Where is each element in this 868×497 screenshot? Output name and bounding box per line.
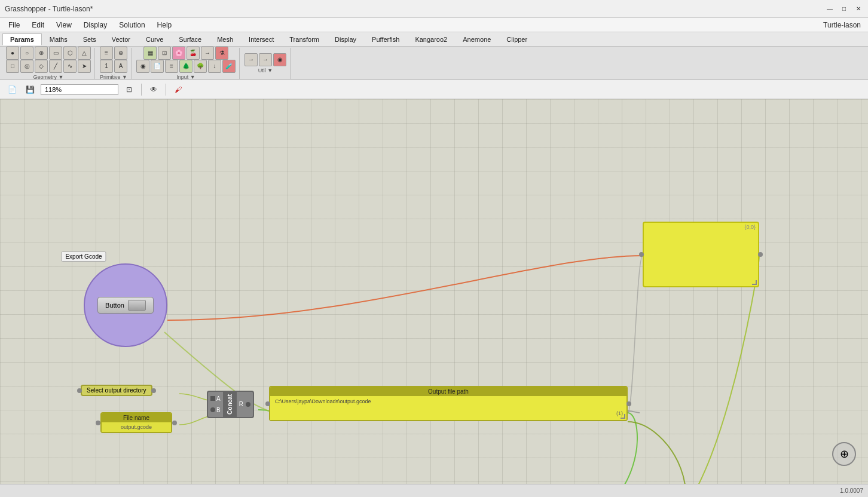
tb-arrow-right-icon[interactable]: → [201, 47, 214, 60]
concat-a-connector [210, 396, 215, 401]
tab-transform[interactable]: Transform [282, 33, 327, 45]
button-dot [128, 300, 146, 311]
tb-mesh-icon[interactable]: △ [78, 47, 91, 60]
select-output-right-connector [151, 388, 156, 393]
paint-icon[interactable]: 🖌 [171, 82, 185, 97]
tb-button-icon[interactable]: ⊡ [158, 47, 171, 60]
output-file-path-value: C:\Users\jaypa\Downloads\output.gcode [275, 398, 371, 404]
panel-resize-grip[interactable] [752, 280, 757, 285]
output-file-path-content: C:\Users\jaypa\Downloads\output.gcode (1… [270, 396, 626, 420]
tb-circle-icon[interactable]: ○ [20, 47, 33, 60]
tb-rect-icon[interactable]: ▭ [49, 47, 62, 60]
tab-mesh[interactable]: Mesh [209, 33, 241, 45]
toolbar-group-primitive-label: Primitive ▼ [100, 74, 127, 80]
file-name-value: output.gcode [102, 422, 171, 432]
save-icon[interactable]: 💾 [23, 82, 37, 97]
window-controls: — □ ✕ [825, 4, 863, 14]
tab-sets[interactable]: Sets [75, 33, 104, 45]
tab-vector[interactable]: Vector [104, 33, 138, 45]
view-toolbar: 📄 💾 ⊡ 👁 🖌 [0, 80, 868, 99]
tab-maths[interactable]: Maths [42, 33, 75, 45]
app-instance-name: Turtle-lason [823, 21, 866, 29]
toolbar-group-input: ▦ ⊡ 🌸 🍒 → ⚗ ◉ 📄 ≡ 🌲 🌳 ↓ 🧪 Input ▼ [133, 48, 240, 79]
eye-icon[interactable]: 👁 [146, 82, 161, 97]
tb-num-icon[interactable]: 1 [100, 60, 113, 73]
select-output-directory-node[interactable]: Select output directory [81, 385, 152, 396]
tb-txt-icon[interactable]: A [114, 60, 127, 73]
tb-sphere-icon[interactable]: ◎ [20, 60, 33, 73]
button-label: Button [105, 302, 124, 309]
toolbar-group-primitive: ≡ ⊛ 1 A Primitive ▼ [96, 48, 132, 79]
toolbar-group-geometry: ● ○ ⊕ ▭ ⬡ △ □ ◎ ◇ ╱ ∿ ➤ Geometry ▼ [2, 48, 95, 79]
toolbar-group-input-label: Input ▼ [176, 74, 195, 80]
tab-anemone[interactable]: Anemone [455, 33, 499, 45]
tb-file-icon[interactable]: 📄 [151, 60, 164, 73]
new-file-icon[interactable]: 📄 [5, 82, 19, 97]
toolbar: ● ○ ⊕ ▭ ⬡ △ □ ◎ ◇ ╱ ∿ ➤ Geometry ▼ ≡ ⊛ 1… [0, 47, 868, 80]
tb-graph-icon[interactable]: 🌳 [194, 60, 207, 73]
tb-curve-icon[interactable]: ∿ [63, 60, 77, 73]
tb-util2-icon[interactable]: → [259, 53, 272, 66]
menu-help[interactable]: Help [151, 20, 178, 30]
tab-curve[interactable]: Curve [138, 33, 171, 45]
file-name-right-connector [172, 421, 177, 425]
tb-link-icon[interactable]: ⊕ [35, 47, 48, 60]
output-path-left-connector [265, 401, 270, 406]
concat-center-label: Concat [223, 392, 237, 417]
statusbar: 1.0.0007 [0, 484, 868, 497]
file-name-title: File name [102, 413, 171, 422]
minimize-button[interactable]: — [825, 4, 835, 14]
tb-line-icon[interactable]: ╱ [49, 60, 62, 73]
output-path-resize-grip[interactable] [621, 414, 625, 419]
menu-edit[interactable]: Edit [26, 20, 50, 30]
maximize-button[interactable]: □ [839, 4, 849, 14]
menu-solution[interactable]: Solution [113, 20, 151, 30]
output-file-path-node[interactable]: Output file path C:\Users\jaypa\Download… [269, 386, 628, 421]
toolbar-group-geometry-label: Geometry ▼ [33, 74, 64, 80]
tab-display[interactable]: Display [327, 33, 364, 45]
tab-clipper[interactable]: Clipper [499, 33, 535, 45]
tab-intersect[interactable]: Intersect [241, 33, 282, 45]
tab-pufferfish[interactable]: Pufferfish [364, 33, 407, 45]
menubar: File Edit View Display Solution Help Tur… [0, 18, 868, 32]
tb-arrow-icon[interactable]: ➤ [78, 60, 91, 73]
tab-params[interactable]: Params [2, 33, 42, 45]
fit-view-icon[interactable]: ⊡ [122, 82, 136, 97]
tb-plane-icon[interactable]: ◇ [35, 60, 48, 73]
concat-input-b: B [216, 407, 221, 413]
button-component[interactable]: Button [97, 297, 154, 314]
menu-file[interactable]: File [2, 20, 26, 30]
select-output-label: Select output directory [87, 387, 146, 394]
tab-surface[interactable]: Surface [171, 33, 209, 45]
tb-color-icon[interactable]: 🌸 [172, 47, 185, 60]
tb-slider-icon[interactable]: ≡ [100, 47, 113, 60]
concat-b-connector [210, 407, 215, 412]
menu-view[interactable]: View [50, 20, 78, 30]
zoom-input[interactable] [41, 84, 118, 95]
tb-util3-icon[interactable]: ◉ [273, 53, 286, 66]
tb-arrow-down-icon[interactable]: ↓ [208, 60, 221, 73]
tb-util1-icon[interactable]: → [244, 53, 258, 66]
tb-point-icon[interactable]: ● [6, 47, 19, 60]
tb-bottle-icon[interactable]: 🧪 [222, 60, 236, 73]
tb-panel-icon[interactable]: ▦ [143, 47, 157, 60]
ribbon-tabbar: Params Maths Sets Vector Curve Surface M… [0, 32, 868, 47]
concat-output-r: R [239, 401, 243, 407]
tb-tree-icon[interactable]: 🌲 [179, 60, 192, 73]
tb-nurbs-icon[interactable]: ⬡ [63, 47, 77, 60]
tab-kangaroo2[interactable]: Kangaroo2 [407, 33, 455, 45]
large-yellow-panel[interactable]: {0;0} [643, 222, 759, 287]
tb-bars-icon[interactable]: ≡ [165, 60, 178, 73]
tb-knob-icon[interactable]: ⊛ [114, 47, 127, 60]
concat-inputs: A B [208, 392, 223, 417]
tb-cherry-icon[interactable]: 🍒 [187, 47, 200, 60]
close-button[interactable]: ✕ [854, 4, 863, 14]
file-name-node[interactable]: File name output.gcode [100, 412, 172, 433]
tb-box-icon[interactable]: □ [6, 60, 19, 73]
menu-display[interactable]: Display [78, 20, 113, 30]
tb-flask-icon[interactable]: ⚗ [215, 47, 228, 60]
tb-toggle-icon[interactable]: ◉ [136, 60, 149, 73]
export-gcode-circle[interactable]: Button [84, 263, 167, 347]
concat-node[interactable]: A B Concat R [207, 391, 254, 418]
canvas[interactable]: {0;0} Export Gcode Button Select output … [0, 99, 868, 484]
